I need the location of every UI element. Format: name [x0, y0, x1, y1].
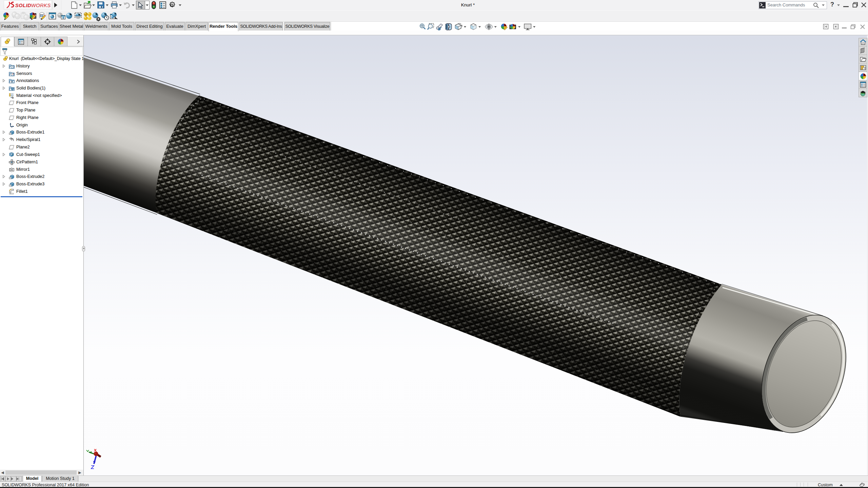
- svg-text:A: A: [11, 80, 13, 83]
- svg-text:WORKS: WORKS: [31, 3, 51, 8]
- svg-text:SOLID: SOLID: [15, 3, 31, 8]
